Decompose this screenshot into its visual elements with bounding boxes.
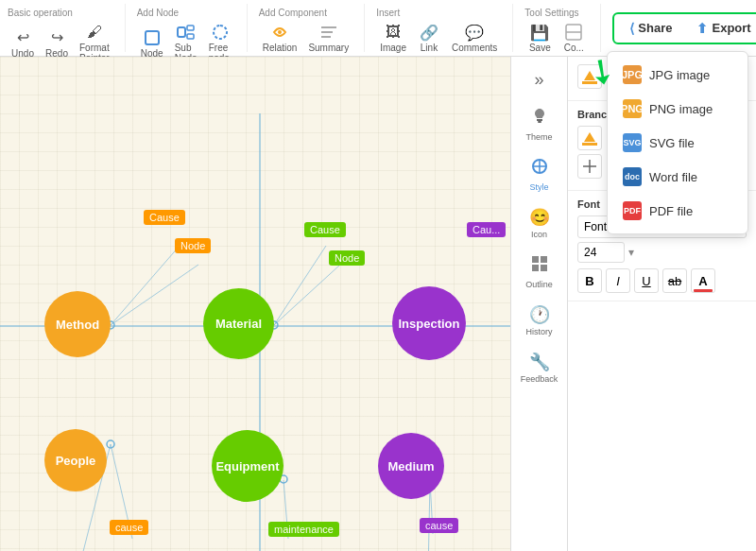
smiley-icon: 😊 — [529, 207, 550, 228]
outline-label: Outline — [525, 280, 553, 289]
svg-rect-8 — [321, 36, 331, 38]
inspection-label: Inspection — [398, 317, 459, 331]
tool-settings-icons: 💾 Save Co... — [524, 20, 589, 55]
icon-sidebar-item[interactable]: 😊 Icon — [511, 201, 567, 245]
toolbar-group-add-component: Add Component Relation Summary — [259, 4, 366, 52]
cause1-label[interactable]: Cause — [144, 210, 185, 225]
font-size-dropdown-icon[interactable]: ▾ — [628, 246, 634, 259]
relation-button[interactable]: Relation — [259, 20, 301, 55]
svg-rect-32 — [541, 256, 547, 263]
outline-sidebar-item[interactable]: Outline — [511, 249, 567, 295]
method-label: Method — [56, 318, 99, 332]
font-size-input[interactable] — [577, 242, 625, 263]
font-size-row: ▾ — [577, 242, 747, 263]
share-export-area: ⟨ Share ⬆ Export — [612, 12, 756, 44]
style-label: Style — [529, 182, 548, 192]
font-color-icon: A — [698, 274, 707, 288]
word-file-item[interactable]: doc Word file — [608, 160, 747, 194]
theme-icon — [530, 107, 549, 130]
comments-icon: 💬 — [464, 22, 485, 43]
svg-rect-2 — [187, 26, 194, 30]
toolbar-group-add-node: Add Node Node Sub Node Free node — [137, 4, 248, 52]
node-icon — [142, 27, 163, 48]
relation-icon — [269, 22, 290, 43]
add-component-icons: Relation Summary — [259, 20, 353, 55]
toolbar: Basic operation ↩ Undo ↪ Redo 🖌 Format P… — [0, 0, 756, 57]
pdf-file-item[interactable]: PDF PDF file — [608, 194, 747, 228]
svg-rect-1 — [178, 27, 185, 37]
history-sidebar-item[interactable]: 🕐 History — [511, 299, 567, 342]
svg-rect-46 — [582, 143, 597, 146]
method-node[interactable]: Method — [44, 291, 111, 357]
svg-rect-29 — [538, 121, 541, 123]
summary-button[interactable]: Summary — [304, 20, 352, 55]
tool-settings-label: Tool Settings — [524, 8, 578, 18]
continue-button[interactable]: Co... — [558, 20, 589, 55]
link-icon: 🔗 — [419, 22, 439, 43]
png-image-item[interactable]: PNG PNG image — [608, 92, 747, 126]
branch-color-button[interactable] — [577, 126, 602, 150]
feedback-sidebar-item[interactable]: 🔧 Feedback — [511, 346, 567, 389]
feedback-label: Feedback — [521, 374, 558, 384]
medium-label: Medium — [387, 459, 434, 474]
svg-line-15 — [274, 246, 326, 325]
node-button[interactable]: Node — [137, 26, 167, 60]
bold-button[interactable]: B — [577, 268, 602, 293]
export-button[interactable]: ⬆ Export — [687, 17, 756, 40]
equipment-label: Equipment — [215, 459, 279, 474]
export-icon: ⬆ — [696, 21, 708, 36]
style-icon — [530, 157, 549, 181]
cause2-label[interactable]: Cause — [304, 222, 346, 237]
history-label: History — [525, 327, 552, 336]
share-button[interactable]: ⟨ Share — [620, 17, 681, 40]
comments-button[interactable]: 💬 Comments — [448, 20, 501, 55]
material-node[interactable]: Material — [203, 288, 274, 359]
redo-button[interactable]: ↪ Redo — [42, 26, 72, 60]
expand-sidebar-button[interactable]: » — [511, 64, 567, 97]
style-sidebar-item[interactable]: Style — [511, 151, 567, 198]
svg-file-item[interactable]: SVG SVG file — [608, 126, 747, 160]
png-icon: PNG — [623, 99, 642, 118]
insert-icons: 🖼 Image 🔗 Link 💬 Comments — [376, 20, 501, 55]
fill-color-button[interactable] — [577, 64, 602, 89]
feedback-icon: 🔧 — [529, 352, 550, 372]
medium-node[interactable]: Medium — [378, 433, 444, 499]
font-color-button[interactable]: A — [691, 268, 715, 293]
svg-rect-31 — [532, 256, 539, 263]
cause4-label[interactable]: cause — [420, 518, 458, 533]
inspection-node[interactable]: Inspection — [392, 286, 466, 360]
toolbar-group-insert: Insert 🖼 Image 🔗 Link 💬 Comments — [376, 4, 513, 52]
node2-label[interactable]: Node — [329, 250, 365, 266]
jpg-image-item[interactable]: JPG JPG image — [608, 58, 747, 92]
node1-label[interactable]: Node — [175, 238, 211, 253]
svg-rect-28 — [537, 119, 542, 121]
people-node[interactable]: People — [44, 429, 107, 491]
underline-button[interactable]: U — [634, 268, 659, 293]
svg-rect-7 — [321, 31, 333, 33]
theme-label: Theme — [525, 132, 552, 142]
link-button[interactable]: 🔗 Link — [414, 20, 444, 55]
canvas[interactable]: Method Material Inspection People Equipm… — [0, 57, 510, 551]
undo-icon: ↩ — [12, 27, 33, 48]
svg-rect-35 — [582, 81, 597, 84]
svg-icon: SVG — [623, 133, 642, 152]
svg-rect-0 — [146, 31, 159, 44]
free-node-icon — [210, 22, 231, 43]
jpg-icon: JPG — [623, 65, 642, 84]
svg-line-14 — [111, 265, 198, 325]
expand-icon: » — [534, 70, 543, 90]
cause-top-label[interactable]: Cau... — [467, 222, 506, 237]
equipment-node[interactable]: Equipment — [212, 430, 284, 502]
history-icon: 🕐 — [529, 304, 550, 325]
theme-sidebar-item[interactable]: Theme — [511, 101, 567, 147]
strikethrough-button[interactable]: ab — [662, 268, 687, 293]
cause3-label[interactable]: cause — [110, 520, 148, 535]
save-button[interactable]: 💾 Save — [524, 20, 555, 55]
branch-expand-button[interactable] — [577, 154, 602, 179]
italic-button[interactable]: I — [606, 268, 630, 293]
image-button[interactable]: 🖼 Image — [376, 20, 410, 55]
maintenance-label[interactable]: maintenance — [268, 522, 339, 537]
svg-rect-4 — [214, 26, 227, 39]
add-component-label: Add Component — [259, 8, 327, 18]
undo-button[interactable]: ↩ Undo — [8, 26, 38, 60]
